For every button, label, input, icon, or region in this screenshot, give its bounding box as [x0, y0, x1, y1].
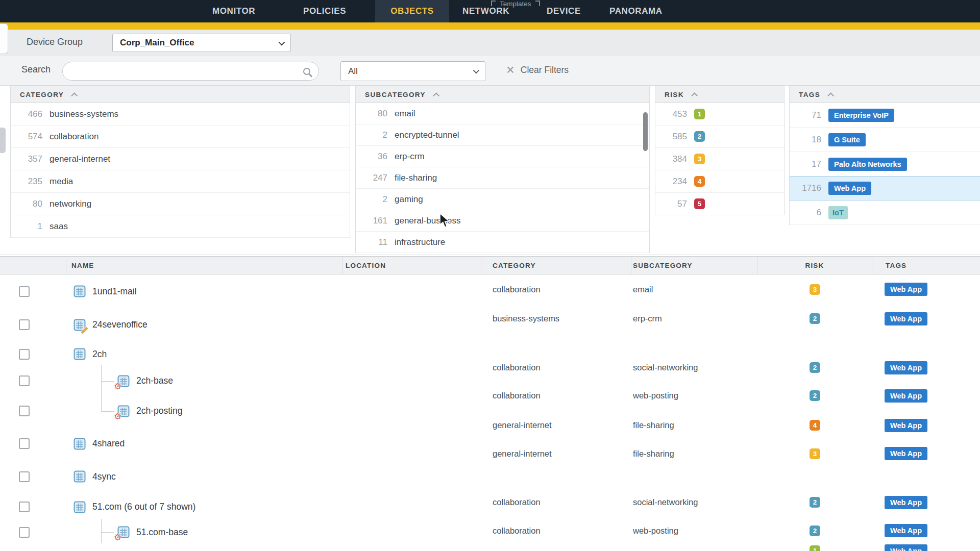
filter-item-saas[interactable]: 1saas: [11, 215, 350, 238]
app-name[interactable]: 51.com-base: [136, 527, 188, 538]
filter-scope-select[interactable]: All: [340, 61, 485, 81]
filter-label: general-business: [395, 216, 460, 226]
risk-badge-2: 2: [810, 390, 820, 401]
filter-count: 6: [790, 208, 821, 218]
chevron-up-icon[interactable]: [691, 92, 698, 99]
app-name[interactable]: 2ch-posting: [136, 406, 182, 416]
filter-item-general-internet[interactable]: 357general-internet: [11, 148, 350, 170]
nav-tab-monitor[interactable]: MONITOR: [212, 0, 255, 22]
filter-item-web-app[interactable]: 1716Web App: [790, 176, 980, 201]
filter-count: 247: [356, 173, 387, 183]
filter-item-risk-4[interactable]: 2344: [655, 170, 784, 193]
row-checkbox[interactable]: [19, 319, 30, 330]
table-row-51-com-6-out-of-7-shown[interactable]: 51.com (6 out of 7 shown)collaborationso…: [0, 493, 980, 521]
column-header-tags[interactable]: TAGS: [872, 257, 980, 274]
search-input[interactable]: [70, 64, 296, 79]
cell-category: [481, 539, 631, 551]
filter-item-infrastructure[interactable]: 11infrastructure: [356, 232, 649, 253]
panel-collapse-handle[interactable]: [0, 128, 6, 153]
column-header-checkbox: [0, 257, 66, 274]
nav-tab-panorama[interactable]: PANORAMA: [609, 0, 663, 22]
filter-item-palo-alto-networks[interactable]: 17Palo Alto Networks: [790, 152, 980, 177]
filter-item-enterprise-voip[interactable]: 71Enterprise VoIP: [790, 103, 980, 128]
tag-pill-web-app: Web App: [885, 544, 927, 551]
gear-icon: ⚙: [114, 382, 121, 391]
device-group-select[interactable]: Corp_Main_Office: [112, 34, 291, 52]
chevron-up-icon[interactable]: [71, 92, 78, 99]
filter-label: gaming: [395, 194, 423, 205]
search-field[interactable]: [62, 62, 319, 81]
tag-pill-web-app: Web App: [885, 389, 927, 403]
column-header-location[interactable]: LOCATION: [342, 257, 481, 274]
filter-item-iot[interactable]: 6IoT: [790, 201, 980, 225]
nav-tab-objects[interactable]: OBJECTS: [375, 0, 449, 22]
row-checkbox[interactable]: [19, 349, 30, 360]
search-toolbar: Search All × Clear Filters: [0, 56, 980, 86]
search-label: Search: [21, 64, 51, 75]
filter-item-media[interactable]: 235media: [11, 170, 350, 193]
filter-item-gaming[interactable]: 2gaming: [356, 189, 649, 210]
table-row-partial[interactable]: 1Web App: [0, 543, 980, 551]
app-name[interactable]: 2ch-base: [136, 375, 173, 386]
panel-risk-header[interactable]: RISK: [655, 86, 784, 103]
column-header-risk[interactable]: RISK: [757, 257, 872, 274]
filter-panel-tags: TAGS71Enterprise VoIP18G Suite17Palo Alt…: [789, 86, 980, 225]
cell-subcategory: file-sharing: [631, 437, 757, 470]
filter-item-file-sharing[interactable]: 247file-sharing: [356, 167, 649, 189]
cell-tags: Web App: [872, 519, 980, 542]
column-header-name[interactable]: NAME: [66, 257, 342, 274]
row-checkbox[interactable]: [19, 527, 30, 538]
panel-tags-header[interactable]: TAGS: [790, 86, 980, 103]
filter-label: collaboration: [50, 132, 99, 142]
subcategory-scrollbar[interactable]: [643, 112, 648, 151]
tag-pill-web-app: Web App: [885, 524, 927, 537]
row-checkbox[interactable]: [19, 375, 30, 386]
magnifier-icon: [303, 68, 310, 75]
row-checkbox[interactable]: [19, 406, 30, 416]
filter-item-risk-5[interactable]: 575: [655, 193, 784, 215]
app-name[interactable]: 24sevenoffice: [92, 319, 148, 330]
filter-item-networking[interactable]: 80networking: [11, 193, 350, 215]
row-checkbox[interactable]: [19, 286, 30, 297]
filter-item-g-suite[interactable]: 18G Suite: [790, 128, 980, 152]
column-header-subcategory[interactable]: SUBCATEGORY: [631, 257, 757, 274]
app-custom-icon: [74, 319, 86, 331]
app-name[interactable]: 4sync: [92, 471, 116, 482]
filter-item-risk-2[interactable]: 5852: [655, 126, 784, 148]
clear-filters-button[interactable]: × Clear Filters: [506, 63, 569, 77]
risk-badge-1: 1: [810, 545, 820, 551]
panel-category-header[interactable]: CATEGORY: [11, 86, 350, 103]
chevron-down-icon: [279, 39, 285, 45]
chevron-up-icon[interactable]: [433, 92, 439, 99]
app-name[interactable]: 4shared: [92, 438, 125, 449]
row-checkbox[interactable]: [19, 502, 30, 512]
row-checkbox[interactable]: [19, 471, 30, 482]
panel-subcategory-header[interactable]: SUBCATEGORY: [356, 86, 649, 103]
filter-item-email[interactable]: 80email: [356, 103, 649, 124]
app-name[interactable]: 2ch: [92, 349, 107, 360]
filter-item-erp-crm[interactable]: 36erp-crm: [356, 146, 649, 167]
chevron-down-icon: [473, 67, 480, 74]
risk-badge-2: 2: [810, 313, 820, 324]
row-checkbox[interactable]: [19, 438, 30, 449]
filter-item-risk-1[interactable]: 4531: [655, 103, 784, 126]
cell-risk: 2: [757, 302, 872, 335]
tag-pill-web-app: Web App: [885, 496, 927, 509]
app-name[interactable]: 1und1-mail: [92, 286, 137, 297]
nav-tab-policies[interactable]: POLICIES: [303, 0, 346, 22]
cell-subcategory: social-networking: [631, 354, 757, 382]
filter-item-collaboration[interactable]: 574collaboration: [11, 126, 350, 148]
filter-item-risk-3[interactable]: 3843: [655, 148, 784, 170]
column-header-category[interactable]: CATEGORY: [481, 257, 631, 274]
filter-label: infrastructure: [395, 237, 445, 247]
filter-item-encrypted-tunnel[interactable]: 2encrypted-tunnel: [356, 124, 649, 146]
app-name[interactable]: 51.com (6 out of 7 shown): [92, 502, 195, 512]
filter-item-general-business[interactable]: 161general-business: [356, 210, 649, 232]
chevron-up-icon[interactable]: [827, 92, 834, 99]
filter-item-business-systems[interactable]: 466business-systems: [11, 103, 350, 126]
panel-category-title: CATEGORY: [20, 91, 64, 98]
cell-tags: Web App: [872, 380, 980, 412]
table-row-24sevenoffice[interactable]: 24sevenofficebusiness-systemserp-crm2Web…: [0, 308, 980, 341]
filter-count: 2: [356, 130, 387, 140]
top-nav: MONITORPOLICIESOBJECTSNETWORKDEVICEPANOR…: [0, 0, 980, 22]
